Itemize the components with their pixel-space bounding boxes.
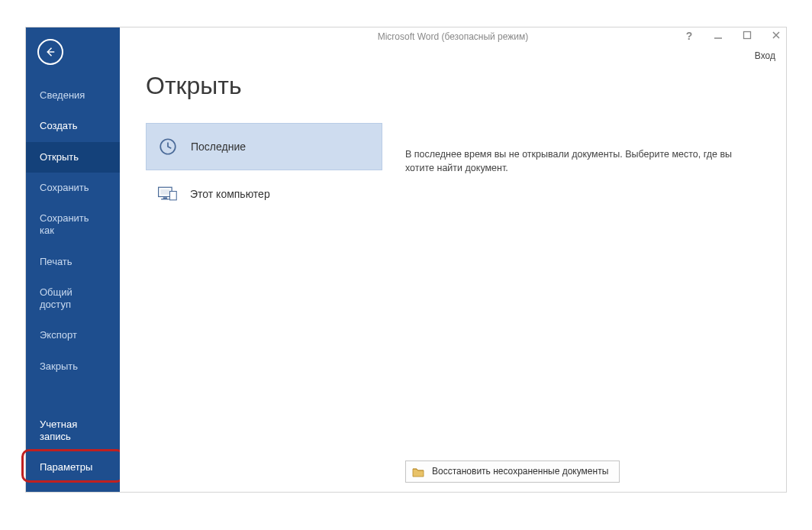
clock-icon xyxy=(157,136,179,157)
window-title: Microsoft Word (безопасный режим) xyxy=(378,31,529,42)
svg-rect-4 xyxy=(160,189,169,195)
nav-share[interactable]: Общий доступ xyxy=(26,277,120,321)
minimize-icon xyxy=(714,31,723,40)
nav-options[interactable]: Параметры xyxy=(26,452,120,483)
nav-close[interactable]: Закрыть xyxy=(26,351,120,382)
svg-rect-7 xyxy=(170,192,177,200)
arrow-left-icon xyxy=(44,45,57,59)
recover-button[interactable]: Восстановить несохраненные документы xyxy=(405,461,620,483)
details-column: В последнее время вы не открывали докуме… xyxy=(382,72,786,492)
signin-link[interactable]: Вход xyxy=(755,50,775,61)
help-button[interactable]: ? xyxy=(684,30,694,42)
close-button[interactable] xyxy=(771,31,781,42)
back-button[interactable] xyxy=(37,39,63,65)
main-area: Microsoft Word (безопасный режим) ? Вход… xyxy=(120,27,786,492)
folder-icon xyxy=(412,467,424,477)
locations-column: Открыть Последние xyxy=(146,72,382,492)
location-computer[interactable]: Этот компьютер xyxy=(146,170,382,218)
minimize-button[interactable] xyxy=(713,31,723,42)
nav-saveas[interactable]: Сохранить как xyxy=(26,203,120,247)
maximize-button[interactable] xyxy=(742,31,752,42)
nav-create[interactable]: Создать xyxy=(26,111,120,141)
backstage-sidebar: Сведения Создать Открыть Сохранить Сохра… xyxy=(26,27,120,492)
titlebar: Microsoft Word (безопасный режим) ? xyxy=(120,27,786,46)
nav-save[interactable]: Сохранить xyxy=(26,173,120,203)
svg-rect-6 xyxy=(161,199,169,199)
maximize-icon xyxy=(743,31,752,40)
location-list: Последние Этот компьютер xyxy=(146,123,382,218)
close-icon xyxy=(772,31,781,40)
page-title: Открыть xyxy=(146,72,382,100)
content: Открыть Последние xyxy=(120,46,786,492)
nav-open[interactable]: Открыть xyxy=(26,142,120,173)
window-controls: ? xyxy=(684,30,781,42)
nav-account[interactable]: Учетная запись xyxy=(26,409,120,453)
svg-rect-1 xyxy=(744,31,751,38)
recover-label: Восстановить несохраненные документы xyxy=(432,465,608,478)
nav-export[interactable]: Экспорт xyxy=(26,320,120,351)
empty-message: В последнее время вы не открывали докуме… xyxy=(405,148,763,175)
computer-icon xyxy=(156,183,178,205)
location-label: Последние xyxy=(191,141,246,153)
location-label: Этот компьютер xyxy=(190,188,270,200)
svg-rect-5 xyxy=(163,197,167,199)
location-recent[interactable]: Последние xyxy=(146,123,382,170)
app-window: Сведения Создать Открыть Сохранить Сохра… xyxy=(25,27,787,493)
nav-info[interactable]: Сведения xyxy=(26,80,120,111)
nav-print[interactable]: Печать xyxy=(26,247,120,277)
